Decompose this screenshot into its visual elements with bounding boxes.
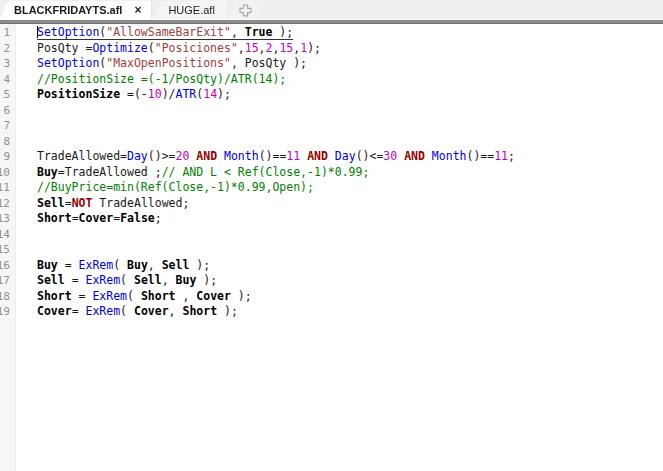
code-token: , bbox=[231, 25, 245, 39]
code-text bbox=[14, 134, 37, 148]
line-number: 19 bbox=[0, 304, 14, 320]
code-token: 11 bbox=[286, 149, 300, 163]
code-token: ; bbox=[508, 149, 515, 163]
code-line[interactable]: 2PosQty =Optimize("Posiciones",15,2,15,1… bbox=[0, 41, 663, 57]
code-token: Cover bbox=[134, 304, 169, 318]
code-token: ExRem bbox=[79, 258, 114, 272]
line-number: 6 bbox=[0, 103, 14, 119]
code-token: 15 bbox=[279, 41, 293, 55]
code-line[interactable]: 7 bbox=[0, 118, 663, 134]
code-token: Cover bbox=[196, 289, 231, 303]
code-line[interactable]: 3SetOption("MaxOpenPositions", PosQty ); bbox=[0, 56, 663, 72]
code-token: Short bbox=[37, 289, 72, 303]
code-token: ()== bbox=[259, 149, 287, 163]
code-token: , bbox=[169, 304, 183, 318]
code-token: ); bbox=[307, 41, 321, 55]
code-token: // AND L < Ref(Close,-1)*0.99; bbox=[162, 165, 370, 179]
line-number: 13 bbox=[0, 211, 14, 227]
code-line[interactable]: 6 bbox=[0, 103, 663, 119]
code-token: 10 bbox=[148, 87, 162, 101]
code-text bbox=[14, 242, 37, 256]
code-token: AND bbox=[196, 149, 217, 163]
code-token: , bbox=[259, 41, 266, 55]
code-editor-window: BLACKFRIDAYTS.afl × HUGE.afl 1SetOption(… bbox=[0, 0, 663, 471]
line-number: 10 bbox=[0, 165, 14, 181]
code-token: , bbox=[148, 258, 162, 272]
code-token: ; bbox=[155, 211, 162, 225]
tab-label: HUGE.afl bbox=[168, 4, 214, 16]
code-token: Short bbox=[37, 211, 72, 225]
code-token: SetOption bbox=[37, 25, 99, 39]
code-line[interactable]: 11//BuyPrice=min(Ref(Close,-1)*0.99,Open… bbox=[0, 180, 663, 196]
code-line[interactable]: 17Sell = ExRem( Sell, Buy ); bbox=[0, 273, 663, 289]
code-text: Buy = ExRem( Buy, Sell ); bbox=[14, 258, 210, 272]
code-line[interactable]: 13Short=Cover=False; bbox=[0, 211, 663, 227]
code-token: Buy bbox=[37, 165, 58, 179]
code-token: Month bbox=[432, 149, 467, 163]
code-text: //PositionSize =(-1/PosQty)/ATR(14); bbox=[14, 72, 286, 86]
code-line[interactable]: 16Buy = ExRem( Buy, Sell ); bbox=[0, 258, 663, 274]
code-line[interactable]: 15 bbox=[0, 242, 663, 258]
code-token: Sell bbox=[37, 196, 65, 210]
new-tab-button[interactable] bbox=[229, 1, 259, 19]
code-token: 20 bbox=[176, 149, 190, 163]
code-line[interactable]: 10Buy=TradeAllowed ;// AND L < Ref(Close… bbox=[0, 165, 663, 181]
code-token: //BuyPrice=min(Ref(Close,-1)*0.99,Open); bbox=[37, 180, 314, 194]
code-token: ); bbox=[196, 273, 217, 287]
code-token: = bbox=[65, 273, 86, 287]
code-line[interactable]: 4//PositionSize =(-1/PosQty)/ATR(14); bbox=[0, 72, 663, 88]
code-token: ExRem bbox=[85, 304, 120, 318]
code-token: ATR bbox=[176, 87, 197, 101]
code-token: , bbox=[238, 41, 245, 55]
code-token: Day bbox=[335, 149, 356, 163]
code-token: TradeAllowed; bbox=[92, 196, 189, 210]
line-number: 15 bbox=[0, 242, 14, 258]
close-icon[interactable]: × bbox=[134, 5, 141, 15]
line-number: 9 bbox=[0, 149, 14, 165]
code-text bbox=[14, 118, 37, 132]
code-token: Sell bbox=[37, 273, 65, 287]
code-token: Day bbox=[127, 149, 148, 163]
code-token: =TradeAllowed ; bbox=[58, 165, 162, 179]
code-token: , bbox=[162, 273, 176, 287]
code-line[interactable]: 18Short = ExRem( Short , Cover ); bbox=[0, 289, 663, 305]
tab-bar: BLACKFRIDAYTS.afl × HUGE.afl bbox=[0, 0, 663, 19]
tab-huge-afl[interactable]: HUGE.afl bbox=[154, 1, 226, 19]
code-token: = bbox=[72, 304, 86, 318]
code-text: SetOption("MaxOpenPositions", PosQty ); bbox=[14, 56, 307, 70]
code-lines: 1SetOption("AllowSameBarExit", True );2P… bbox=[0, 25, 663, 320]
code-line[interactable]: 9TradeAllowed=Day()>=20 AND Month()==11 … bbox=[0, 149, 663, 165]
line-number: 12 bbox=[0, 196, 14, 212]
code-line[interactable]: 5PositionSize =(-10)/ATR(14); bbox=[0, 87, 663, 103]
code-token: Month bbox=[224, 149, 259, 163]
code-token: ( bbox=[120, 273, 134, 287]
code-token: Short bbox=[182, 304, 217, 318]
code-line[interactable]: 19Cover= ExRem( Cover, Short ); bbox=[0, 304, 663, 320]
code-token: False bbox=[120, 211, 155, 225]
code-token: ); bbox=[231, 289, 252, 303]
code-token: Buy bbox=[176, 273, 197, 287]
code-text: Short = ExRem( Short , Cover ); bbox=[14, 289, 252, 303]
code-token: 30 bbox=[383, 149, 397, 163]
code-token: Buy bbox=[37, 258, 58, 272]
code-token: = bbox=[72, 211, 79, 225]
code-token: Short bbox=[141, 289, 176, 303]
code-token: ( bbox=[148, 41, 155, 55]
line-number: 1 bbox=[0, 25, 14, 41]
tab-blackfridayts-afl[interactable]: BLACKFRIDAYTS.afl × bbox=[0, 1, 151, 19]
code-token: AND bbox=[404, 149, 425, 163]
code-token: True bbox=[245, 25, 273, 39]
code-line[interactable]: 1SetOption("AllowSameBarExit", True ); bbox=[0, 25, 663, 41]
code-token: Buy bbox=[127, 258, 148, 272]
editor-surface[interactable]: 1SetOption("AllowSameBarExit", True );2P… bbox=[0, 24, 663, 471]
code-token: = bbox=[58, 258, 79, 272]
code-token: AND bbox=[307, 149, 328, 163]
code-token: ); bbox=[217, 87, 231, 101]
code-line[interactable]: 12Sell=NOT TradeAllowed; bbox=[0, 196, 663, 212]
code-token: )/ bbox=[162, 87, 176, 101]
code-token: //PositionSize =(-1/PosQty)/ATR(14); bbox=[37, 72, 286, 86]
code-line[interactable]: 14 bbox=[0, 227, 663, 243]
code-token: ); bbox=[272, 25, 293, 39]
code-token: 14 bbox=[203, 87, 217, 101]
code-line[interactable]: 8 bbox=[0, 134, 663, 150]
